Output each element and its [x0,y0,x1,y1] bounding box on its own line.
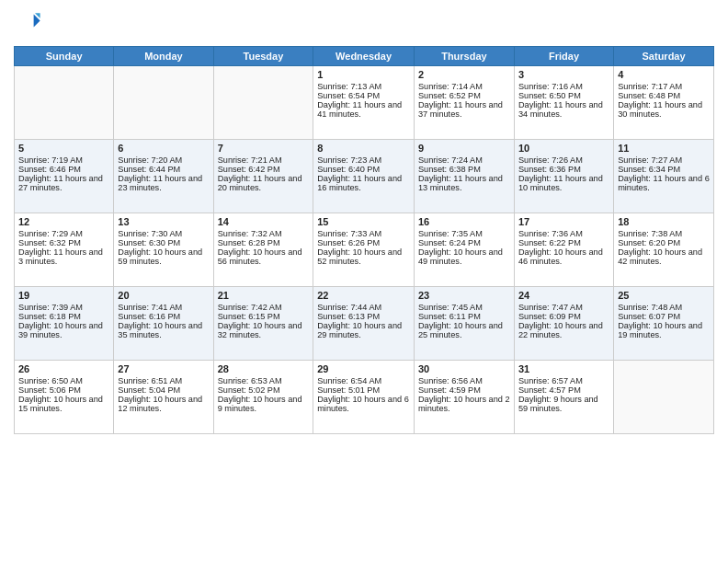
day-info: Daylight: 10 hours and 42 minutes. [618,247,710,266]
day-info: Sunset: 4:59 PM [418,385,510,395]
week-row-1: 1Sunrise: 7:13 AMSunset: 6:54 PMDaylight… [15,66,714,140]
day-info: Sunrise: 7:36 AM [518,229,609,238]
day-info: Sunrise: 7:48 AM [618,303,710,312]
day-number: 7 [218,143,310,154]
day-info: Sunrise: 7:45 AM [418,303,510,312]
day-info: Sunset: 6:22 PM [518,238,609,247]
day-info: Sunrise: 7:39 AM [18,303,109,312]
day-info: Sunrise: 7:32 AM [218,229,310,238]
calendar-cell: 3Sunrise: 7:16 AMSunset: 6:50 PMDaylight… [514,66,613,140]
calendar-cell: 19Sunrise: 7:39 AMSunset: 6:18 PMDayligh… [15,287,114,361]
day-info: Daylight: 10 hours and 39 minutes. [18,321,109,339]
day-number: 8 [317,143,410,154]
day-number: 31 [518,363,609,374]
day-info: Daylight: 11 hours and 30 minutes. [618,100,710,119]
day-info: Sunset: 6:32 PM [18,238,109,247]
calendar-cell: 17Sunrise: 7:36 AMSunset: 6:22 PMDayligh… [514,213,613,287]
day-info: Daylight: 10 hours and 12 minutes. [118,395,209,413]
calendar-cell: 26Sunrise: 6:50 AMSunset: 5:06 PMDayligh… [15,361,114,434]
day-info: Daylight: 10 hours and 35 minutes. [118,321,209,339]
day-number: 22 [317,290,410,301]
day-info: Daylight: 10 hours and 56 minutes. [218,247,310,266]
day-number: 24 [518,290,609,301]
day-number: 18 [618,216,710,227]
calendar-cell: 4Sunrise: 7:17 AMSunset: 6:48 PMDaylight… [614,66,714,140]
calendar-cell: 18Sunrise: 7:38 AMSunset: 6:20 PMDayligh… [614,213,714,287]
calendar-cell: 2Sunrise: 7:14 AMSunset: 6:52 PMDaylight… [414,66,514,140]
calendar-table: SundayMondayTuesdayWednesdayThursdayFrid… [14,46,714,434]
day-number: 9 [418,143,510,154]
day-info: Daylight: 11 hours and 23 minutes. [118,174,209,192]
day-info: Daylight: 11 hours and 10 minutes. [518,174,609,192]
day-number: 11 [618,143,710,154]
day-info: Daylight: 11 hours and 41 minutes. [317,100,410,119]
day-info: Sunrise: 7:24 AM [418,155,510,165]
day-number: 19 [18,290,109,301]
calendar-cell: 20Sunrise: 7:41 AMSunset: 6:16 PMDayligh… [114,287,213,361]
calendar-cell: 29Sunrise: 6:54 AMSunset: 5:01 PMDayligh… [313,361,415,434]
day-info: Sunrise: 6:53 AM [218,376,310,385]
day-info: Daylight: 10 hours and 52 minutes. [317,247,410,266]
day-info: Daylight: 10 hours and 29 minutes. [317,321,410,339]
day-number: 23 [418,290,510,301]
day-info: Sunset: 6:46 PM [18,165,109,174]
day-info: Sunset: 6:15 PM [218,312,310,321]
day-info: Daylight: 10 hours and 46 minutes. [518,247,609,266]
day-info: Sunset: 6:34 PM [618,165,710,174]
day-info: Sunset: 6:44 PM [118,165,209,174]
day-info: Sunrise: 6:50 AM [18,376,109,385]
weekday-header-thursday: Thursday [414,47,514,66]
day-info: Sunset: 4:57 PM [518,385,609,395]
calendar-cell: 5Sunrise: 7:19 AMSunset: 6:46 PMDaylight… [15,140,114,213]
calendar-cell: 28Sunrise: 6:53 AMSunset: 5:02 PMDayligh… [213,361,313,434]
calendar-cell: 27Sunrise: 6:51 AMSunset: 5:04 PMDayligh… [114,361,213,434]
day-info: Sunrise: 7:20 AM [118,155,209,165]
day-number: 10 [518,143,609,154]
day-info: Sunrise: 7:19 AM [18,155,109,165]
day-number: 5 [18,143,109,154]
weekday-header-wednesday: Wednesday [313,47,415,66]
day-info: Sunset: 6:36 PM [518,165,609,174]
calendar-cell: 30Sunrise: 6:56 AMSunset: 4:59 PMDayligh… [414,361,514,434]
day-info: Sunrise: 7:41 AM [118,303,209,312]
day-info: Sunrise: 7:27 AM [618,155,710,165]
calendar-cell: 10Sunrise: 7:26 AMSunset: 6:36 PMDayligh… [514,140,613,213]
weekday-header-row: SundayMondayTuesdayWednesdayThursdayFrid… [15,47,714,66]
calendar-cell: 1Sunrise: 7:13 AMSunset: 6:54 PMDaylight… [313,66,415,140]
day-number: 29 [317,363,410,374]
day-info: Sunset: 6:24 PM [418,238,510,247]
day-number: 26 [18,363,109,374]
day-info: Sunset: 6:42 PM [218,165,310,174]
day-info: Sunset: 6:20 PM [618,238,710,247]
calendar-cell [614,361,714,434]
calendar-cell: 9Sunrise: 7:24 AMSunset: 6:38 PMDaylight… [414,140,514,213]
calendar-cell: 6Sunrise: 7:20 AMSunset: 6:44 PMDaylight… [114,140,213,213]
day-info: Sunset: 6:28 PM [218,238,310,247]
week-row-5: 26Sunrise: 6:50 AMSunset: 5:06 PMDayligh… [15,361,714,434]
day-info: Sunset: 6:11 PM [418,312,510,321]
day-info: Daylight: 10 hours and 2 minutes. [418,395,510,413]
calendar-cell: 25Sunrise: 7:48 AMSunset: 6:07 PMDayligh… [614,287,714,361]
day-info: Daylight: 10 hours and 49 minutes. [418,247,510,266]
day-info: Sunset: 5:02 PM [218,385,310,395]
day-info: Sunset: 6:16 PM [118,312,209,321]
day-number: 13 [118,216,209,227]
day-info: Sunrise: 7:17 AM [618,82,710,91]
day-info: Sunset: 6:52 PM [418,91,510,100]
day-number: 1 [317,69,410,80]
calendar-cell: 7Sunrise: 7:21 AMSunset: 6:42 PMDaylight… [213,140,313,213]
day-info: Daylight: 11 hours and 34 minutes. [518,100,609,119]
day-info: Daylight: 10 hours and 15 minutes. [18,395,109,413]
day-info: Sunset: 5:04 PM [118,385,209,395]
week-row-4: 19Sunrise: 7:39 AMSunset: 6:18 PMDayligh… [15,287,714,361]
day-info: Sunrise: 7:38 AM [618,229,710,238]
day-info: Daylight: 11 hours and 20 minutes. [218,174,310,192]
day-number: 16 [418,216,510,227]
day-info: Sunrise: 7:42 AM [218,303,310,312]
day-info: Daylight: 11 hours and 13 minutes. [418,174,510,192]
calendar-cell: 13Sunrise: 7:30 AMSunset: 6:30 PMDayligh… [114,213,213,287]
calendar-cell: 11Sunrise: 7:27 AMSunset: 6:34 PMDayligh… [614,140,714,213]
calendar-cell: 14Sunrise: 7:32 AMSunset: 6:28 PMDayligh… [213,213,313,287]
day-info: Sunrise: 7:21 AM [218,155,310,165]
day-info: Sunrise: 7:23 AM [317,155,410,165]
